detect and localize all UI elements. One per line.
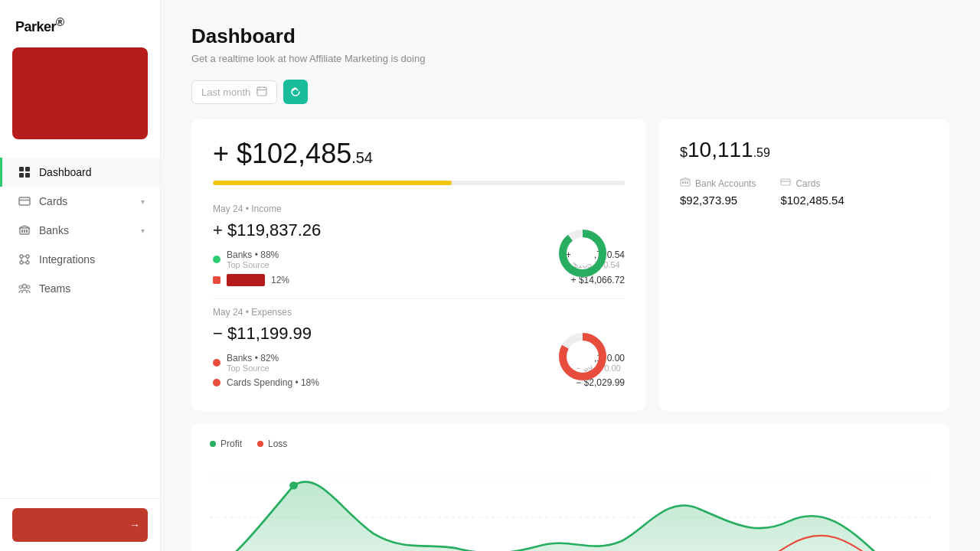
color-block-red <box>227 274 265 286</box>
sidebar-item-teams[interactable]: Teams <box>0 274 160 303</box>
cards-icon-info <box>780 178 791 189</box>
date-label: Last month <box>201 86 250 98</box>
sidebar-item-label-integrations: Integrations <box>39 253 145 266</box>
app-superscript: ® <box>56 15 64 28</box>
svg-rect-0 <box>19 167 24 171</box>
date-input[interactable]: Last month <box>191 80 277 104</box>
info-card: $10,111.59 Ba <box>658 119 949 411</box>
svg-rect-21 <box>257 87 266 96</box>
svg-point-27 <box>570 241 595 266</box>
arrow-right-icon: → <box>129 519 140 531</box>
sidebar-banner-image <box>12 47 148 139</box>
info-total-amount: $10,111.59 <box>680 138 928 162</box>
sidebar-bottom: → <box>0 498 160 551</box>
legend-dot-profit <box>210 441 216 447</box>
date-filter-row: Last month <box>191 80 949 104</box>
chevron-down-icon-banks: ▾ <box>141 227 145 235</box>
exp-cards-label: Cards Spending • 18% <box>227 377 319 388</box>
sidebar-item-banks[interactable]: Banks ▾ <box>0 216 160 245</box>
income-donut-chart <box>556 227 609 283</box>
sidebar-item-cards[interactable]: Cards ▾ <box>0 187 160 216</box>
income-section: May 24 • Income + $119,837.26 Banks • 88… <box>213 204 625 286</box>
main-content: Dashboard Get a realtime look at how Aff… <box>161 0 980 551</box>
svg-rect-4 <box>19 197 30 205</box>
bank-accounts-label: Bank Accounts <box>695 178 756 189</box>
cards-col: Cards $102,485.54 <box>780 178 844 207</box>
sidebar-item-dashboard[interactable]: Dashboard <box>0 158 160 187</box>
svg-point-13 <box>26 261 29 264</box>
chart-card: Profit Loss <box>191 423 949 551</box>
svg-point-12 <box>20 261 23 264</box>
svg-rect-7 <box>21 230 23 233</box>
breakdown-banks-label: Banks • 88% <box>227 249 279 260</box>
teams-icon <box>18 282 31 295</box>
expenses-donut-chart <box>556 330 609 386</box>
sidebar-bottom-action[interactable]: → <box>12 508 148 542</box>
svg-rect-35 <box>781 179 790 185</box>
refresh-button[interactable] <box>283 80 308 104</box>
bank-account-icon <box>680 178 691 189</box>
cards-label-info: Cards <box>795 178 820 189</box>
bank-accounts-value: $92,373.95 <box>680 194 756 207</box>
progress-bar <box>213 181 625 185</box>
svg-rect-34 <box>687 181 688 184</box>
amount-cents: .54 <box>351 149 373 166</box>
legend-label-profit: Profit <box>220 439 242 449</box>
breakdown-banks-sublabel: Top Source <box>227 260 279 269</box>
expenses-label: May 24 • Expenses <box>213 307 625 318</box>
chart-svg <box>210 461 931 551</box>
svg-point-18 <box>23 285 27 289</box>
svg-point-30 <box>570 344 595 369</box>
legend-profit: Profit <box>210 439 242 449</box>
progress-bar-fill <box>213 181 452 185</box>
page-subtitle: Get a realtime look at how Affiliate Mar… <box>191 53 949 64</box>
svg-rect-8 <box>24 230 25 233</box>
exp-banks-label: Banks • 82% <box>227 353 279 364</box>
integrations-icon <box>18 253 31 266</box>
svg-point-19 <box>19 285 22 289</box>
dot-exp-banks <box>213 359 220 367</box>
svg-point-20 <box>27 285 30 289</box>
dot-cards <box>213 276 220 284</box>
svg-rect-9 <box>26 230 28 233</box>
chevron-down-icon: ▾ <box>141 197 145 206</box>
svg-rect-33 <box>684 181 686 184</box>
sidebar-item-label-teams: Teams <box>39 282 145 295</box>
legend-label-loss: Loss <box>268 439 287 449</box>
sidebar-item-integrations[interactable]: Integrations <box>0 245 160 274</box>
svg-point-10 <box>20 255 23 258</box>
sidebar-item-label-dashboard: Dashboard <box>39 166 145 178</box>
grid-icon <box>18 165 31 179</box>
bank-icon <box>18 223 31 237</box>
app-logo: Parker® <box>0 0 160 47</box>
expenses-section: May 24 • Expenses − $11,199.99 Banks • 8… <box>213 307 625 388</box>
breakdown-cards-label: 12% <box>271 275 289 285</box>
sidebar-item-label-banks: Banks <box>39 224 141 236</box>
income-donut-svg <box>556 227 609 280</box>
exp-banks-sublabel: Top Source <box>227 364 279 373</box>
sidebar-nav: Dashboard Cards ▾ <box>0 152 160 498</box>
svg-rect-3 <box>25 173 30 178</box>
expenses-donut-svg <box>556 330 609 383</box>
svg-point-11 <box>26 255 29 258</box>
svg-rect-32 <box>682 181 684 184</box>
svg-rect-2 <box>19 173 24 178</box>
card-icon <box>18 194 31 208</box>
bank-accounts-col: Bank Accounts $92,373.95 <box>680 178 756 207</box>
legend-dot-loss <box>257 441 263 447</box>
dot-exp-cards <box>213 379 220 386</box>
svg-rect-1 <box>25 167 30 171</box>
legend-loss: Loss <box>257 439 287 449</box>
dot-banks <box>213 256 220 263</box>
page-title: Dashboard <box>191 24 949 48</box>
chart-legend: Profit Loss <box>210 439 931 449</box>
income-label: May 24 • Income <box>213 204 625 214</box>
sidebar-item-label-cards: Cards <box>39 195 141 207</box>
top-cards-row: + $102,485.54 May 24 • Income + $119,837… <box>191 119 949 411</box>
section-divider <box>213 298 625 299</box>
amount-whole: 102,485 <box>252 138 351 169</box>
sidebar: Parker® Dashboard Cards <box>0 0 161 551</box>
cards-value-info: $102,485.54 <box>780 194 844 207</box>
svg-point-41 <box>289 481 298 489</box>
chart-area <box>210 461 931 551</box>
